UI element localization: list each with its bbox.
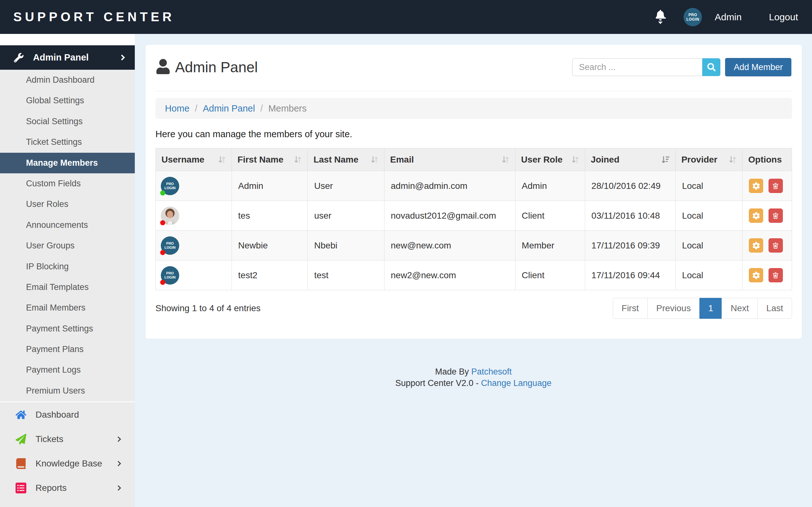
column-header-joined[interactable]: Joined [585, 148, 676, 171]
edit-member-button[interactable] [749, 179, 763, 193]
sidebar-item-partial[interactable] [0, 500, 135, 507]
sort-icon [571, 155, 579, 164]
change-language-link[interactable]: Change Language [481, 378, 551, 388]
edit-member-button[interactable] [749, 209, 763, 223]
sidebar-item-email-members[interactable]: Email Members [0, 297, 135, 318]
delete-member-button[interactable] [768, 238, 783, 252]
cell-first-name: tes [232, 201, 308, 231]
user-avatar[interactable]: PRO LOGIN [683, 8, 702, 26]
cell-email: admin@admin.com [385, 171, 515, 201]
main-content: Admin Panel Add Member Home / Admin Pane… [135, 34, 812, 507]
chevron-right-icon [116, 461, 121, 466]
pagination-last[interactable]: Last [757, 298, 792, 319]
column-header-email[interactable]: Email [385, 148, 515, 171]
pagination-next[interactable]: Next [722, 298, 758, 319]
sidebar-item-user-groups[interactable]: User Groups [0, 235, 135, 256]
cell-first-name: Newbie [232, 231, 308, 261]
cell-options [743, 201, 792, 231]
status-dot [160, 250, 165, 255]
report-list-icon [15, 483, 26, 493]
delete-member-button[interactable] [768, 268, 783, 282]
breadcrumb: Home / Admin Panel / Members [155, 98, 792, 119]
pagination: First Previous 1 Next Last [613, 298, 792, 319]
breadcrumb-home[interactable]: Home [165, 103, 189, 114]
patchesoft-link[interactable]: Patchesoft [471, 367, 512, 377]
add-member-button[interactable]: Add Member [725, 58, 792, 76]
user-icon [156, 59, 170, 75]
gear-icon [752, 212, 760, 220]
sidebar-item-reports[interactable]: Reports [0, 475, 135, 500]
cell-first-name: test2 [232, 261, 308, 290]
pagination-previous[interactable]: Previous [647, 298, 700, 319]
sidebar: Admin Panel Admin DashboardGlobal Settin… [0, 34, 135, 507]
breadcrumb-admin-panel[interactable]: Admin Panel [203, 103, 255, 114]
sidebar-item-premium-users[interactable]: Premium Users [0, 381, 135, 401]
sidebar-item-payment-logs[interactable]: Payment Logs [0, 360, 135, 380]
trash-icon [772, 242, 779, 249]
sidebar-top-gap [0, 34, 135, 45]
sidebar-item-custom-fields[interactable]: Custom Fields [0, 173, 135, 194]
logout-button[interactable]: Logout [769, 12, 798, 22]
sidebar-item-payment-settings[interactable]: Payment Settings [0, 319, 135, 339]
search-input[interactable] [572, 58, 702, 76]
sidebar-item-announcements[interactable]: Announcements [0, 215, 135, 235]
cell-joined: 03/11/2016 10:48 [585, 201, 676, 231]
sidebar-item-dashboard[interactable]: Dashboard [0, 402, 135, 427]
status-dot [160, 280, 165, 285]
sort-icon [294, 155, 302, 164]
cell-joined: 28/10/2016 02:49 [585, 171, 676, 201]
edit-member-button[interactable] [749, 268, 763, 282]
book-icon [15, 458, 26, 469]
top-navbar: SUPPORT CENTER PRO LOGIN Admin Logout [0, 0, 812, 34]
chevron-right-icon [116, 485, 121, 491]
cell-options [743, 261, 792, 290]
column-header-user-role[interactable]: User Role [515, 148, 585, 171]
sidebar-item-admin-dashboard[interactable]: Admin Dashboard [0, 70, 135, 90]
sidebar-item-tickets[interactable]: Tickets [0, 427, 135, 451]
admin-panel-card: Admin Panel Add Member Home / Admin Pane… [145, 44, 802, 339]
cell-provider: Local [676, 201, 743, 231]
pagination-page-1[interactable]: 1 [699, 298, 722, 319]
search-button[interactable] [702, 58, 720, 76]
sidebar-item-global-settings[interactable]: Global Settings [0, 90, 135, 111]
bell-icon [655, 10, 666, 20]
column-header-username[interactable]: Username [156, 148, 232, 171]
sidebar-item-social-settings[interactable]: Social Settings [0, 111, 135, 132]
cell-options [743, 171, 792, 201]
notifications-button[interactable] [655, 10, 666, 24]
column-header-options: Options [743, 148, 792, 171]
sidebar-item-ticket-settings[interactable]: Ticket Settings [0, 132, 135, 153]
cell-email: new@new.com [385, 231, 515, 261]
column-header-first-name[interactable]: First Name [232, 148, 308, 171]
edit-member-button[interactable] [749, 238, 763, 252]
table-row: PRO LOGIN tes user [156, 201, 792, 231]
sidebar-item-email-templates[interactable]: Email Templates [0, 277, 135, 297]
sidebar-item-ip-blocking[interactable]: IP Blocking [0, 257, 135, 277]
pagination-first[interactable]: First [613, 298, 648, 319]
status-dot [160, 220, 165, 225]
sidebar-item-manage-members[interactable]: Manage Members [0, 153, 135, 173]
cell-options [743, 231, 792, 261]
cell-last-name: user [308, 201, 385, 231]
chevron-right-icon [119, 55, 125, 60]
brand-logo: SUPPORT CENTER [13, 10, 175, 24]
user-menu[interactable]: Admin [715, 12, 742, 22]
cell-email: novadust2012@gmail.com [385, 201, 515, 231]
member-avatar: PRO LOGIN [161, 177, 179, 195]
sidebar-item-user-roles[interactable]: User Roles [0, 194, 135, 215]
column-header-last-name[interactable]: Last Name [308, 148, 385, 171]
cell-last-name: Nbebi [308, 231, 385, 261]
cell-user-role: Client [515, 261, 585, 290]
title-row: Admin Panel Add Member [155, 45, 792, 80]
delete-member-button[interactable] [768, 209, 783, 223]
delete-member-button[interactable] [768, 179, 783, 193]
search-group: Add Member [572, 58, 792, 76]
sidebar-item-admin-panel[interactable]: Admin Panel [0, 45, 135, 70]
sidebar-submenu: Admin DashboardGlobal SettingsSocial Set… [0, 70, 135, 401]
sort-icon [371, 155, 378, 164]
cell-user-role: Admin [515, 171, 585, 201]
column-header-provider[interactable]: Provider [676, 148, 743, 171]
sidebar-item-knowledge-base[interactable]: Knowledge Base [0, 451, 135, 475]
sidebar-item-payment-plans[interactable]: Payment Plans [0, 339, 135, 360]
chevron-right-icon [116, 436, 121, 442]
